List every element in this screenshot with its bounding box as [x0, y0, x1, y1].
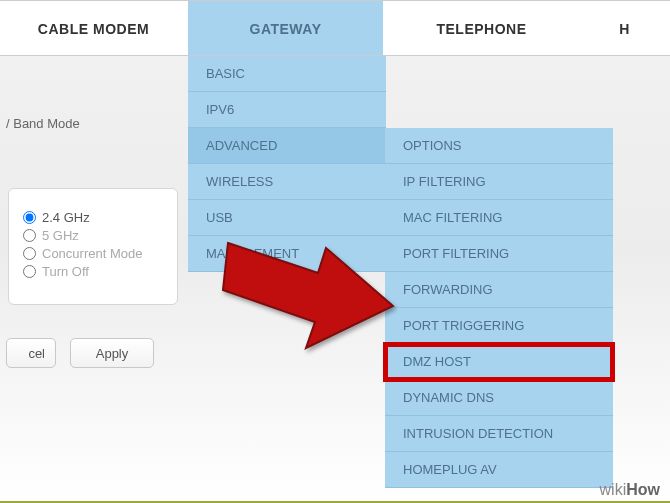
- watermark-prefix: wiki: [600, 481, 627, 498]
- radio-24ghz-label: 2.4 GHz: [42, 210, 90, 225]
- radio-5ghz-label: 5 GHz: [42, 228, 79, 243]
- nav-tab-partial[interactable]: H: [580, 1, 670, 55]
- submenu-ip-filtering[interactable]: IP FILTERING: [385, 164, 613, 200]
- gateway-submenu: BASIC IPV6 ADVANCED WIRELESS USB MANAGEM…: [188, 56, 386, 272]
- radio-concurrent-label: Concurrent Mode: [42, 246, 142, 261]
- apply-button[interactable]: Apply: [70, 338, 154, 368]
- menu-management[interactable]: MANAGEMENT: [188, 236, 386, 272]
- radio-concurrent[interactable]: Concurrent Mode: [23, 246, 163, 261]
- submenu-options[interactable]: OPTIONS: [385, 128, 613, 164]
- watermark-suffix: How: [626, 481, 660, 498]
- radio-5ghz-input[interactable]: [23, 229, 36, 242]
- menu-usb[interactable]: USB: [188, 200, 386, 236]
- cancel-button[interactable]: cel: [6, 338, 56, 368]
- top-nav: CABLE MODEM GATEWAY TELEPHONE H: [0, 0, 670, 56]
- menu-basic[interactable]: BASIC: [188, 56, 386, 92]
- submenu-homeplug-av[interactable]: HOMEPLUG AV: [385, 452, 613, 488]
- submenu-intrusion-detection[interactable]: INTRUSION DETECTION: [385, 416, 613, 452]
- radio-24ghz-input[interactable]: [23, 211, 36, 224]
- breadcrumb: / Band Mode: [0, 116, 80, 131]
- menu-ipv6[interactable]: IPV6: [188, 92, 386, 128]
- radio-24ghz[interactable]: 2.4 GHz: [23, 210, 163, 225]
- submenu-dmz-host[interactable]: DMZ HOST: [385, 344, 613, 380]
- button-row: cel Apply: [0, 338, 154, 368]
- submenu-dynamic-dns[interactable]: DYNAMIC DNS: [385, 380, 613, 416]
- band-mode-panel: 2.4 GHz 5 GHz Concurrent Mode Turn Off: [8, 188, 178, 305]
- submenu-port-filtering[interactable]: PORT FILTERING: [385, 236, 613, 272]
- radio-5ghz[interactable]: 5 GHz: [23, 228, 163, 243]
- submenu-mac-filtering[interactable]: MAC FILTERING: [385, 200, 613, 236]
- radio-turnoff[interactable]: Turn Off: [23, 264, 163, 279]
- advanced-submenu: OPTIONS IP FILTERING MAC FILTERING PORT …: [385, 128, 613, 488]
- menu-wireless[interactable]: WIRELESS: [188, 164, 386, 200]
- nav-tab-gateway[interactable]: GATEWAY: [188, 1, 384, 55]
- radio-turnoff-input[interactable]: [23, 265, 36, 278]
- watermark: wikiHow: [600, 481, 660, 499]
- menu-advanced[interactable]: ADVANCED: [188, 128, 386, 164]
- nav-tab-cable-modem[interactable]: CABLE MODEM: [0, 1, 188, 55]
- radio-turnoff-label: Turn Off: [42, 264, 89, 279]
- submenu-forwarding[interactable]: FORWARDING: [385, 272, 613, 308]
- submenu-port-triggering[interactable]: PORT TRIGGERING: [385, 308, 613, 344]
- radio-concurrent-input[interactable]: [23, 247, 36, 260]
- nav-tab-telephone[interactable]: TELEPHONE: [384, 1, 580, 55]
